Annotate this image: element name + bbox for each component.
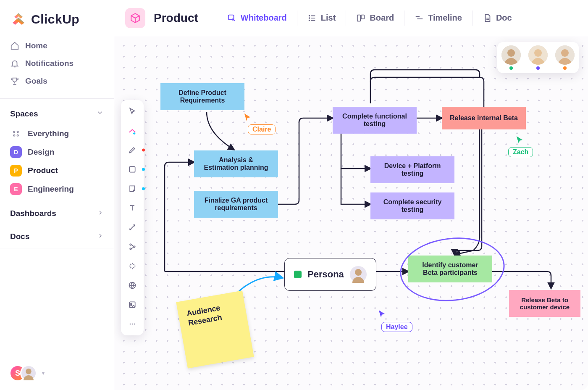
docs-section[interactable]: Docs (0, 225, 114, 248)
space-chip[interactable] (125, 8, 145, 28)
node-device-platform-testing[interactable]: Device + Platform testing (370, 156, 454, 183)
whiteboard-canvas[interactable]: Define Product Requirements Analysis & E… (114, 36, 588, 390)
view-list-label: List (321, 13, 336, 23)
svg-rect-10 (361, 15, 364, 18)
svg-point-20 (134, 324, 135, 325)
tool-connector[interactable] (125, 220, 139, 235)
nav-goals-label: Goals (25, 76, 47, 86)
nav-home-label: Home (25, 41, 47, 50)
tool-ai[interactable] (125, 259, 139, 273)
nav-notifications[interactable]: Notifications (4, 55, 110, 72)
tool-sticky[interactable] (125, 182, 139, 196)
avatar (555, 45, 575, 65)
view-timeline-label: Timeline (428, 13, 462, 23)
status-dot (563, 66, 567, 70)
svg-point-8 (309, 20, 310, 21)
node-release-beta[interactable]: Release Beta to customer device (509, 290, 580, 317)
brand-name: ClickUp (31, 12, 79, 26)
presence-bar[interactable] (497, 42, 579, 73)
node-finalize-ga[interactable]: Finalize GA product requirements (194, 191, 278, 218)
user-avatar-photo (20, 365, 37, 382)
home-icon (10, 41, 19, 50)
view-list[interactable]: List (303, 10, 340, 26)
avatar-stack: S (9, 365, 37, 382)
task-card-persona[interactable]: Persona (284, 258, 376, 291)
view-whiteboard-label: Whiteboard (241, 13, 287, 23)
space-badge-product: P (10, 165, 22, 177)
bell-icon (10, 59, 19, 68)
space-engineering[interactable]: E Engineering (4, 180, 110, 198)
chevron-down-icon (96, 109, 104, 119)
tool-relationship[interactable] (125, 240, 139, 254)
node-label: Device + Platform testing (377, 162, 448, 177)
tool-shape[interactable] (125, 162, 139, 177)
view-board[interactable]: Board (352, 10, 398, 26)
sticky-note-audience-research[interactable]: Audience Research (176, 290, 254, 368)
tool-select[interactable] (125, 104, 139, 119)
space-design[interactable]: D Design (4, 143, 110, 161)
node-functional-testing[interactable]: Complete functional testing (333, 107, 417, 134)
task-card-label: Persona (307, 269, 344, 280)
shape-color-indicator (142, 168, 145, 171)
space-product[interactable]: P Product (4, 161, 110, 180)
presence-user-3[interactable] (555, 45, 575, 70)
clickup-logo-icon (10, 11, 27, 28)
assignee-avatar[interactable] (350, 266, 367, 283)
svg-point-26 (561, 49, 569, 57)
avatar (528, 45, 548, 65)
brand[interactable]: ClickUp (0, 0, 114, 35)
svg-rect-11 (129, 166, 135, 172)
chevron-down-icon: ▾ (42, 370, 45, 376)
svg-point-19 (132, 324, 133, 325)
svg-point-27 (355, 269, 362, 276)
tool-image[interactable] (125, 298, 139, 312)
sticky-color-indicator (142, 187, 145, 190)
node-analysis[interactable]: Analysis & Estimation planning (194, 150, 278, 177)
node-label: Complete functional testing (339, 113, 410, 128)
tool-task[interactable] (125, 124, 139, 138)
tool-more[interactable] (125, 317, 139, 331)
nav-goals[interactable]: Goals (4, 72, 110, 90)
view-doc[interactable]: Doc (478, 10, 516, 26)
sidebar-footer[interactable]: S ▾ (0, 356, 114, 390)
tool-web[interactable] (125, 278, 139, 292)
nav-home[interactable]: Home (4, 37, 110, 55)
node-release-internal[interactable]: Release internal Beta (442, 107, 526, 129)
view-whiteboard[interactable]: Whiteboard (223, 10, 291, 26)
space-product-label: Product (28, 166, 58, 175)
presence-user-1[interactable] (501, 45, 521, 70)
spaces-list: Everything D Design P Product E Engineer… (0, 123, 114, 202)
chevron-right-icon (97, 209, 104, 218)
status-square-icon (294, 271, 302, 278)
dashboards-section[interactable]: Dashboards (0, 202, 114, 225)
node-security-testing[interactable]: Complete security testing (370, 192, 454, 219)
svg-point-7 (309, 18, 310, 18)
sidebar: ClickUp Home Notifications Goals (0, 0, 114, 390)
svg-point-18 (130, 324, 131, 325)
nav-primary: Home Notifications Goals (0, 35, 114, 96)
doc-icon (483, 13, 492, 23)
space-badge-engineering: E (10, 183, 22, 195)
spaces-header[interactable]: Spaces (0, 101, 114, 123)
view-timeline[interactable]: Timeline (410, 10, 466, 26)
tool-pen[interactable] (125, 143, 139, 157)
svg-rect-9 (357, 15, 360, 21)
svg-point-24 (534, 49, 542, 57)
presence-user-2[interactable] (528, 45, 548, 70)
node-define-requirements[interactable]: Define Product Requirements (160, 83, 244, 110)
node-label: Release internal Beta (450, 114, 518, 122)
pen-color-indicator (142, 149, 145, 152)
docs-label: Docs (10, 232, 29, 241)
space-everything[interactable]: Everything (4, 124, 110, 143)
divider (0, 98, 114, 99)
tool-text[interactable] (125, 201, 139, 215)
svg-point-14 (134, 246, 135, 247)
view-board-label: Board (370, 13, 394, 23)
trophy-icon (10, 76, 19, 86)
everything-icon (10, 128, 22, 140)
timeline-icon (415, 13, 424, 23)
cursor-zach-icon (516, 135, 523, 145)
status-dot (536, 66, 540, 70)
svg-point-6 (309, 15, 310, 16)
chevron-right-icon (97, 232, 104, 241)
